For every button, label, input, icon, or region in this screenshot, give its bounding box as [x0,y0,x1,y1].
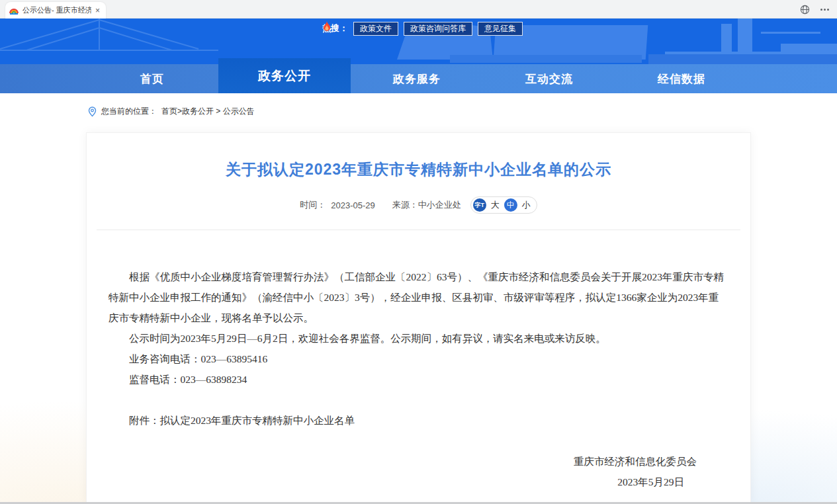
tab-title: 公示公告- 重庆市经济和信息化 [22,5,91,15]
attachment-link[interactable]: 附件：拟认定2023年重庆市专精特新中小企业名单 [109,410,728,431]
meta-time-label: 时间： [300,199,326,211]
nav-item-home[interactable]: 首页 [86,64,218,93]
signature-date: 2023年5月29日 [109,472,728,492]
breadcrumb: 您当前的位置： 首页>政务公开 > 公示公告 [88,106,255,117]
hot-search-bar: 热搜： 政策文件 政策咨询问答库 意见征集 [322,21,523,36]
main-navigation: 首页 政务公开 政务服务 互动交流 经信数据 [0,64,837,93]
hot-search-label: 热搜： [322,22,348,34]
page: 公示公告- 重庆市经济和信息化 × [0,0,837,504]
font-size-large-button[interactable]: 大 [491,199,500,211]
paragraph: 公示时间为2023年5月29日—6月2日，欢迎社会各界监督。公示期间，如有异议，… [109,328,728,349]
browser-chrome: 公示公告- 重庆市经济和信息化 × [0,0,837,19]
paragraph-phone-supervise: 监督电话：023—63898234 [109,369,728,390]
font-size-medium-button[interactable]: 中 [504,198,517,212]
tab-close-icon[interactable]: × [95,6,100,15]
browser-menu-icon[interactable] [820,9,829,11]
font-size-small-button[interactable]: 小 [522,199,531,211]
article-title: 关于拟认定2023年重庆市专精特新中小企业名单的公示 [87,159,750,180]
meta-time-value: 2023-05-29 [331,200,375,210]
nav-item-gov-disclosure[interactable]: 政务公开 [218,58,351,93]
hot-search-item-opinions[interactable]: 意见征集 [478,22,523,36]
header-banner: 热搜： 政策文件 政策咨询问答库 意见征集 [0,19,837,64]
nav-item-gov-services[interactable]: 政务服务 [351,64,483,93]
flame-icon [322,21,331,32]
nav-item-interaction[interactable]: 互动交流 [483,64,615,93]
font-size-control: 字T 大 中 小 [470,196,537,214]
article-meta: 时间： 2023-05-29 来源：中小企业处 字T 大 中 小 [87,196,750,214]
article-body: 根据《优质中小企业梯度培育管理暂行办法》（工信部企业〔2022〕63号）、《重庆… [87,267,750,492]
globe-icon[interactable] [800,5,810,15]
hot-search-item-policy-files[interactable]: 政策文件 [353,22,398,36]
meta-source: 来源：中小企业处 [392,199,461,211]
site-favicon-icon [9,6,19,15]
breadcrumb-prefix: 您当前的位置： [101,106,157,117]
meta-divider [97,230,740,230]
font-size-icon: 字T [473,198,486,212]
paragraph: 根据《优质中小企业梯度培育管理暂行办法》（工信部企业〔2022〕63号）、《重庆… [109,267,728,328]
signature-org: 重庆市经济和信息化委员会 [109,451,728,472]
article-card: 关于拟认定2023年重庆市专精特新中小企业名单的公示 时间： 2023-05-2… [86,132,751,504]
nav-item-data[interactable]: 经信数据 [615,64,748,93]
browser-tab[interactable]: 公示公告- 重庆市经济和信息化 × [5,2,106,19]
location-pin-icon [88,106,97,117]
paragraph-phone-consult: 业务咨询电话：023—63895416 [109,349,728,369]
hot-search-item-policy-qa[interactable]: 政策咨询问答库 [404,22,472,36]
breadcrumb-path[interactable]: 首页>政务公开 > 公示公告 [161,106,255,117]
